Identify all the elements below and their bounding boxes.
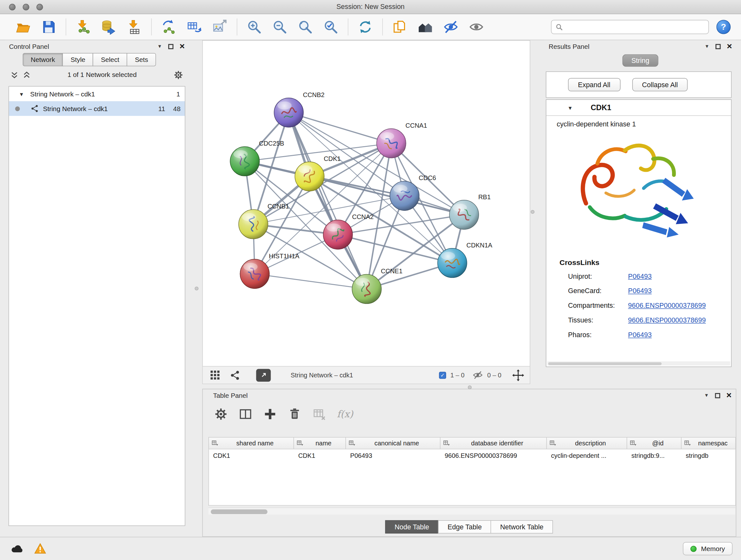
edge-CCNB2-CCNE1[interactable]	[289, 113, 367, 289]
network-row-selected[interactable]: String Network – cdk1 11 48	[9, 101, 185, 116]
memory-button[interactable]: Memory	[683, 542, 733, 555]
gear-icon[interactable]	[214, 407, 228, 421]
zoom-in-button[interactable]	[244, 16, 265, 38]
expand-all-icon[interactable]	[23, 71, 30, 78]
show-columns-icon[interactable]	[239, 407, 253, 421]
new-network-from-selection-button[interactable]	[158, 16, 180, 38]
network-graph[interactable]: CCNB2CCNA1CDC25BCDK1CDC6RB1CCNB1CCNA2CDK…	[203, 41, 530, 366]
node-CCNA1[interactable]: CCNA1	[377, 122, 427, 158]
crosslink-link[interactable]: P06493	[628, 331, 652, 338]
panel-maximize-icon[interactable]	[715, 393, 720, 398]
tab-sets[interactable]: Sets	[127, 53, 156, 66]
network-view[interactable]: CCNB2CCNA1CDC25BCDK1CDC6RB1CCNB1CCNA2CDK…	[202, 40, 530, 384]
import-network-from-file-button[interactable]	[72, 16, 94, 38]
column-header[interactable]: name	[294, 437, 346, 449]
node-CDK1[interactable]: CDK1	[295, 155, 341, 191]
panel-float-icon[interactable]: ▼	[157, 44, 162, 49]
table-cell[interactable]: stringdb:9...	[627, 452, 681, 459]
column-header[interactable]: canonical name	[346, 437, 441, 449]
edge-HIST1H1A-CCNE1[interactable]	[255, 274, 367, 289]
column-header[interactable]: namespac	[681, 437, 736, 449]
table-cell[interactable]: cyclin-dependent ...	[547, 452, 627, 459]
function-builder-button[interactable]: f(x)	[337, 408, 353, 420]
table-cell[interactable]: P06493	[346, 452, 441, 459]
splitter-handle[interactable]	[195, 287, 199, 291]
zoom-selected-button[interactable]	[320, 16, 342, 38]
new-table-from-network-button[interactable]	[184, 16, 205, 38]
edge-CCNB2-CCNA1[interactable]	[289, 113, 391, 143]
pan-crosshair-icon[interactable]	[512, 369, 524, 381]
horizontal-scrollbar[interactable]	[208, 508, 735, 515]
panel-maximize-icon[interactable]	[168, 44, 173, 49]
tab-select[interactable]: Select	[93, 53, 127, 66]
gene-header-row[interactable]: ▼ CDK1	[546, 100, 731, 116]
crosslink-link[interactable]: P06493	[628, 287, 652, 294]
node-HIST1H1A[interactable]: HIST1H1A	[240, 253, 299, 289]
collapse-all-icon[interactable]	[10, 71, 18, 78]
tab-node-table[interactable]: Node Table	[385, 520, 439, 534]
column-header[interactable]: description	[547, 437, 627, 449]
toggle-glass-effect-button[interactable]	[440, 16, 462, 38]
node-RB1[interactable]: RB1	[449, 193, 490, 230]
panel-float-icon[interactable]: ▼	[704, 393, 709, 398]
splitter-handle[interactable]	[531, 210, 535, 214]
results-scrollbar[interactable]	[547, 361, 730, 366]
zoom-out-button[interactable]	[269, 16, 291, 38]
network-type-button[interactable]	[230, 370, 240, 380]
open-session-button[interactable]	[12, 16, 34, 38]
table-cell[interactable]: 9606.ENSP00000378699	[441, 452, 547, 459]
splitter-handle[interactable]	[468, 385, 472, 389]
column-header[interactable]: @id	[627, 437, 681, 449]
import-network-from-database-button[interactable]	[98, 16, 120, 38]
toggle-visibility-button[interactable]	[466, 16, 487, 38]
crosslink-link[interactable]: P06493	[628, 272, 652, 280]
tab-string[interactable]: String	[622, 54, 658, 67]
warnings-button[interactable]	[34, 543, 47, 555]
open-in-new-window-button[interactable]	[256, 369, 271, 381]
add-column-icon[interactable]	[263, 407, 277, 421]
disclosure-triangle-icon[interactable]: ▼	[568, 105, 573, 111]
export-network-image-button[interactable]	[209, 16, 231, 38]
column-header[interactable]: database identifier	[441, 437, 547, 449]
node-CCNB2[interactable]: CCNB2	[274, 91, 325, 127]
panel-close-icon[interactable]: ×	[727, 44, 732, 49]
node-CCNB1[interactable]: CCNB1	[239, 203, 289, 239]
search-input[interactable]	[566, 23, 704, 31]
expand-all-button[interactable]: Expand All	[568, 78, 620, 91]
zoom-fit-button[interactable]	[294, 16, 316, 38]
panel-maximize-icon[interactable]	[716, 44, 721, 49]
network-collection-row[interactable]: ▼ String Network – cdk1 1	[9, 86, 185, 101]
search-field[interactable]	[551, 20, 709, 34]
copy-document-button[interactable]	[389, 16, 411, 38]
apply-preferred-layout-button[interactable]	[354, 16, 376, 38]
table-cell[interactable]: stringdb	[681, 452, 736, 459]
table-cell[interactable]: CDK1	[294, 452, 346, 459]
tab-style[interactable]: Style	[63, 53, 93, 66]
table-data-row[interactable]: CDK1CDK1P064939606.ENSP00000378699cyclin…	[209, 449, 736, 462]
delete-table-icon[interactable]	[313, 407, 326, 421]
panel-float-icon[interactable]: ▼	[704, 44, 710, 49]
gear-icon[interactable]	[173, 70, 183, 80]
panel-close-icon[interactable]: ×	[180, 44, 185, 49]
import-table-from-file-button[interactable]	[124, 16, 145, 38]
scrollbar-thumb[interactable]	[211, 509, 267, 514]
tab-edge-table[interactable]: Edge Table	[438, 520, 491, 534]
tab-network[interactable]: Network	[23, 53, 63, 66]
disclosure-triangle-icon[interactable]: ▼	[19, 91, 24, 97]
node-CDC6[interactable]: CDC6	[390, 174, 436, 210]
node-CDKN1A[interactable]: CDKN1A	[437, 242, 492, 278]
save-session-button[interactable]	[38, 16, 59, 38]
cloud-button[interactable]	[10, 542, 23, 555]
tab-network-table[interactable]: Network Table	[491, 520, 553, 534]
crosslink-link[interactable]: 9606.ENSP00000378699	[628, 301, 706, 309]
houses-button[interactable]	[414, 16, 436, 38]
birdseye-view-button[interactable]	[210, 370, 220, 380]
selected-checkbox-icon[interactable]: ✓	[439, 372, 446, 379]
column-header[interactable]: shared name	[209, 437, 294, 449]
crosslink-link[interactable]: 9606.ENSP00000378699	[628, 316, 706, 324]
panel-close-icon[interactable]: ×	[726, 393, 731, 398]
delete-column-icon[interactable]	[288, 407, 301, 421]
help-button[interactable]: ?	[717, 20, 731, 34]
collapse-all-button[interactable]: Collapse All	[632, 78, 688, 91]
table-cell[interactable]: CDK1	[209, 452, 294, 459]
